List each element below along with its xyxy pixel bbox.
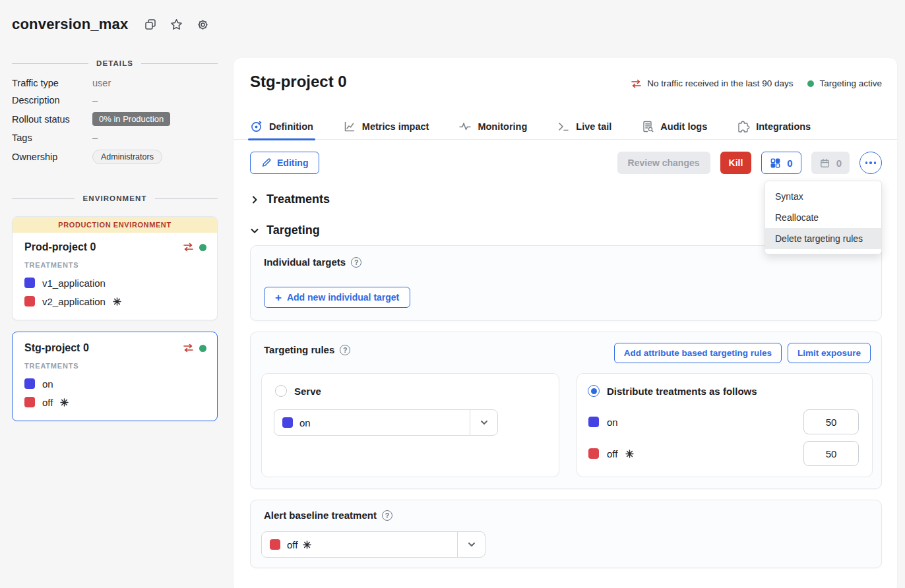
page-title: Stg-project 0 [250, 73, 347, 91]
distribute-card: Distribute treatments as follows on off [577, 373, 873, 477]
targeting-active-dot [807, 80, 814, 87]
copy-icon[interactable] [144, 18, 157, 31]
no-traffic-status: No traffic received in the last 90 days [631, 78, 793, 88]
targeting-rules-title: Targeting rules [264, 344, 334, 355]
tab-definition[interactable]: Definition [250, 113, 313, 140]
chevron-right-icon [250, 195, 259, 204]
help-icon[interactable]: ? [382, 510, 392, 521]
traffic-swap-icon [183, 343, 194, 353]
favorite-star-icon[interactable] [170, 18, 183, 32]
env-card-prod[interactable]: PRODUCTION ENVIRONMENT Prod-project 0 TR… [12, 216, 218, 320]
alert-baseline-title: Alert baseline treatment [264, 510, 377, 521]
treatment-color-swatch [24, 397, 35, 407]
individual-targets-title: Individual targets [264, 256, 346, 268]
env-card-stg[interactable]: Stg-project 0 TREATMENTS on [12, 332, 218, 421]
rollout-status-badge: 0% in Production [92, 112, 170, 126]
serve-radio[interactable] [275, 385, 287, 397]
pulse-icon [458, 120, 472, 133]
chevron-down-icon [250, 226, 259, 235]
more-actions-menu: Syntax Reallocate Delete targeting rules [765, 181, 882, 254]
distribute-row-off: off [588, 441, 859, 466]
tab-monitoring[interactable]: Monitoring [458, 113, 527, 140]
alert-baseline-select[interactable]: off [261, 531, 485, 558]
environment-heading: ENVIRONMENT [82, 194, 146, 202]
treatment-color-swatch [24, 378, 35, 389]
percentage-input-on[interactable] [803, 409, 859, 434]
treatments-label: TREATMENTS [24, 362, 206, 370]
treatment-color-swatch [588, 417, 599, 427]
treatment-row: v1_application [24, 274, 206, 292]
environment-detail-card: Stg-project 0 No traffic received in the… [234, 58, 897, 588]
detail-row-traffic-type: Traffic type user [12, 74, 218, 92]
chevron-down-icon [457, 532, 485, 557]
review-changes-button[interactable]: Review changes [617, 152, 710, 174]
add-individual-target-button[interactable]: + Add new individual target [264, 287, 410, 308]
treatments-section-toggle[interactable]: Treatments [250, 192, 330, 206]
pencil-icon [261, 158, 272, 168]
default-treatment-asterisk-icon [625, 450, 634, 458]
add-attribute-rules-button[interactable]: Add attribute based targeting rules [614, 343, 782, 363]
targeting-section-toggle[interactable]: Targeting [250, 223, 320, 237]
default-treatment-asterisk-icon [303, 541, 311, 549]
details-heading: DETAILS [96, 59, 133, 67]
treatments-label: TREATMENTS [24, 261, 206, 269]
ownership-pill[interactable]: Administrators [92, 150, 162, 164]
default-treatment-asterisk-icon [113, 297, 121, 306]
traffic-swap-icon [631, 79, 642, 88]
menu-item-syntax[interactable]: Syntax [765, 186, 881, 207]
help-icon[interactable]: ? [340, 345, 350, 355]
tab-bar: Definition Metrics impact Monitoring [234, 113, 897, 140]
tab-metrics-impact[interactable]: Metrics impact [343, 113, 429, 140]
treatment-color-swatch [588, 448, 599, 459]
settings-gear-icon[interactable] [196, 18, 210, 32]
alert-baseline-panel: Alert baseline treatment ? off [250, 500, 882, 568]
editing-button[interactable]: Editing [250, 152, 319, 174]
treatment-color-swatch [282, 417, 293, 428]
traffic-swap-icon [183, 243, 194, 252]
distribute-row-on: on [588, 409, 859, 434]
treatment-color-swatch [24, 278, 35, 288]
audit-log-icon [641, 120, 654, 133]
detail-row-rollout-status: Rollout status 0% in Production [12, 109, 218, 129]
chevron-down-icon [470, 410, 497, 435]
schedule-count-button[interactable]: 0 [811, 152, 850, 174]
targeting-active-status: Targeting active [807, 78, 882, 88]
tab-audit-logs[interactable]: Audit logs [641, 113, 707, 140]
treatment-row: on [24, 374, 206, 393]
tab-integrations[interactable]: Integrations [737, 113, 811, 140]
page: conversion_max DETAILS [0, 0, 905, 588]
environment-divider: ENVIRONMENT [12, 194, 218, 202]
serve-card: Serve on [261, 373, 559, 477]
production-environment-banner: PRODUCTION ENVIRONMENT [13, 217, 217, 233]
treatment-row: off [24, 393, 206, 411]
serve-label: Serve [294, 386, 321, 397]
limit-exposure-button[interactable]: Limit exposure [788, 343, 871, 363]
terminal-icon [557, 120, 570, 133]
calendar-icon [819, 158, 830, 169]
detail-row-tags: Tags – [12, 129, 218, 146]
help-icon[interactable]: ? [351, 257, 361, 268]
distribute-label: Distribute treatments as follows [607, 386, 757, 397]
rules-count-button[interactable]: 0 [761, 152, 801, 174]
more-actions-button[interactable] [859, 152, 882, 174]
menu-item-delete-targeting-rules[interactable]: Delete targeting rules [765, 228, 881, 249]
individual-targets-panel: Individual targets ? + Add new individua… [250, 245, 882, 321]
env-active-dot [199, 244, 206, 251]
targeting-rules-panel: Targeting rules ? Add attribute based ta… [250, 332, 882, 489]
chart-line-icon [343, 120, 356, 133]
treatment-row: v2_application [24, 292, 206, 310]
menu-item-reallocate[interactable]: Reallocate [765, 207, 881, 228]
distribute-radio[interactable] [588, 385, 600, 397]
grid-icon [770, 158, 781, 169]
details-divider: DETAILS [12, 59, 218, 67]
percentage-input-off[interactable] [803, 441, 859, 466]
detail-row-description: Description – [12, 92, 218, 109]
flag-name: conversion_max [12, 16, 128, 33]
env-name: Prod-project 0 [24, 241, 183, 253]
status-row: No traffic received in the last 90 days … [631, 78, 882, 88]
plus-icon: + [275, 292, 282, 303]
serve-treatment-select[interactable]: on [274, 409, 498, 436]
detail-row-ownership: Ownership Administrators [12, 146, 218, 167]
kill-button[interactable]: Kill [720, 152, 752, 174]
tab-live-tail[interactable]: Live tail [557, 113, 611, 140]
